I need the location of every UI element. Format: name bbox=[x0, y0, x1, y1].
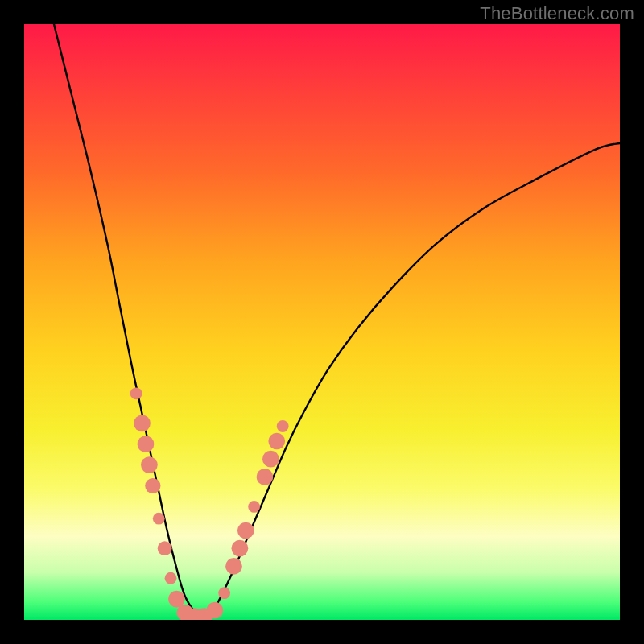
curve-marker bbox=[134, 415, 151, 431]
curve-marker bbox=[232, 540, 249, 557]
curve-marker bbox=[225, 558, 242, 575]
plot-area bbox=[24, 24, 620, 620]
bottleneck-curve bbox=[54, 24, 620, 617]
curve-marker bbox=[257, 469, 274, 485]
curve-marker bbox=[153, 513, 165, 525]
plot-svg bbox=[24, 24, 620, 620]
curve-marker bbox=[130, 387, 142, 399]
curve-marker bbox=[206, 602, 223, 619]
chart-frame: TheBottleneck.com bbox=[0, 0, 644, 644]
curve-marker bbox=[141, 456, 158, 473]
curve-markers bbox=[130, 387, 289, 620]
curve-marker bbox=[145, 478, 160, 493]
curve-marker bbox=[218, 587, 230, 599]
curve-marker bbox=[268, 433, 285, 450]
curve-marker bbox=[165, 572, 177, 584]
curve-marker bbox=[237, 522, 254, 539]
curve-marker bbox=[248, 501, 260, 513]
curve-marker bbox=[158, 541, 172, 555]
curve-marker bbox=[277, 420, 289, 432]
watermark-text: TheBottleneck.com bbox=[480, 3, 634, 24]
curve-marker bbox=[138, 436, 155, 452]
curve-marker bbox=[262, 451, 279, 468]
